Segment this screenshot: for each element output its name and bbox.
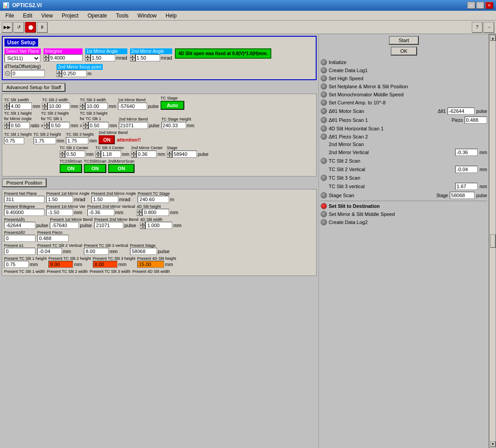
mirror-center-down[interactable]: ▼ bbox=[131, 154, 136, 158]
second-mirror-up-btn[interactable]: ▲ bbox=[130, 54, 135, 58]
theta-up-btn[interactable]: ▲ bbox=[44, 54, 49, 58]
tc-slit3-width-up[interactable]: ▲ bbox=[80, 103, 85, 106]
pause-button[interactable]: ⏸ bbox=[37, 22, 48, 33]
tc-slit2-vert-input[interactable] bbox=[455, 166, 478, 173]
tc-slit3-center-down[interactable]: ▼ bbox=[96, 154, 101, 158]
present-delta-theta1-input[interactable] bbox=[4, 222, 35, 229]
second-mirror-down-btn[interactable]: ▼ bbox=[130, 58, 135, 61]
present-tc-slit2-vert-input[interactable] bbox=[37, 248, 62, 255]
present-1st-mirror-bend-input[interactable] bbox=[50, 222, 79, 229]
tc-slit3-height-input[interactable] bbox=[66, 137, 88, 144]
advanced-setup-btn[interactable]: Advanced Setup for Staff bbox=[2, 83, 65, 92]
mirror-focus-input[interactable] bbox=[62, 70, 87, 77]
tc-slit1-hmirror-down[interactable]: ▼ bbox=[4, 125, 9, 129]
present-tc-slit3-height-input[interactable] bbox=[93, 261, 117, 268]
scrollbar[interactable]: ▲ ▼ bbox=[489, 34, 496, 448]
net-plane-select[interactable]: Si(311) Si(111) bbox=[4, 54, 40, 62]
present-1st-mirror-vert-input[interactable] bbox=[46, 209, 73, 216]
scroll-thumb[interactable] bbox=[490, 234, 496, 248]
tc-slit1-hmirror-input[interactable] bbox=[9, 122, 30, 129]
tc-slit1-height-input[interactable] bbox=[4, 137, 24, 144]
present-2nd-mirror-bend-input[interactable] bbox=[94, 222, 123, 229]
present-delta-theta2-input[interactable] bbox=[4, 235, 35, 242]
present-position-btn[interactable]: Present Position bbox=[2, 178, 47, 187]
present-tc-slit1-height-input[interactable] bbox=[4, 261, 29, 268]
present-4d-slit-height-input[interactable] bbox=[137, 261, 164, 268]
present-tc-slit3-vert-input[interactable] bbox=[84, 248, 109, 255]
present-net-plane-input[interactable] bbox=[4, 196, 44, 203]
menu-view[interactable]: View bbox=[38, 12, 57, 20]
theta-input[interactable]: 9.4000 bbox=[49, 54, 83, 61]
menu-file[interactable]: File bbox=[2, 12, 17, 20]
tc-slit1-hmirror-up[interactable]: ▲ bbox=[4, 122, 9, 125]
dtheta-input[interactable] bbox=[11, 70, 45, 77]
first-mirror-input[interactable] bbox=[91, 54, 115, 61]
present-alpha1-input[interactable] bbox=[4, 248, 35, 255]
tc-slit2-height-input[interactable] bbox=[34, 137, 56, 144]
first-mirror-bend-input[interactable] bbox=[118, 103, 147, 110]
start-button[interactable]: Start bbox=[389, 36, 419, 45]
present-theta-input[interactable] bbox=[4, 209, 44, 216]
tc-stage-height-input[interactable] bbox=[161, 122, 186, 129]
tc-slit3-htc-down[interactable]: ▼ bbox=[83, 125, 88, 129]
scroll-up-btn[interactable]: ▲ bbox=[490, 35, 496, 41]
delta-theta1-scan-input[interactable] bbox=[448, 108, 474, 115]
menu-operate[interactable]: Operate bbox=[84, 12, 110, 20]
stop-button[interactable]: ⬤ bbox=[25, 22, 36, 33]
arrow-button[interactable]: → bbox=[483, 22, 494, 33]
close-button[interactable]: ✕ bbox=[485, 2, 493, 9]
tc-slit2-width-input[interactable] bbox=[48, 103, 70, 110]
stage-input[interactable] bbox=[172, 151, 197, 158]
tc-stage-btn[interactable]: Auto bbox=[161, 101, 184, 110]
tc-slit3-htc-input[interactable] bbox=[88, 122, 109, 129]
second-mirror-input[interactable] bbox=[135, 54, 160, 61]
present-2nd-mirror-angle-input[interactable] bbox=[91, 196, 118, 203]
stage-up[interactable]: ▲ bbox=[167, 151, 172, 154]
slit-width-down[interactable]: ▼ bbox=[140, 225, 145, 229]
mirror-focus-up-btn[interactable]: ▲ bbox=[57, 70, 62, 73]
ok-button[interactable]: OK bbox=[391, 47, 418, 56]
mirror-center-input[interactable] bbox=[136, 151, 157, 158]
slit-height-down[interactable]: ▼ bbox=[137, 212, 142, 216]
slit-width-up[interactable]: ▲ bbox=[140, 222, 145, 225]
menu-tools[interactable]: Tools bbox=[113, 12, 132, 20]
first-mirror-down-btn[interactable]: ▼ bbox=[85, 58, 91, 61]
first-mirror-up-btn[interactable]: ▲ bbox=[85, 54, 91, 58]
tc2-slit-scan-btn[interactable]: ON bbox=[60, 164, 82, 173]
present-slit-height-input[interactable] bbox=[142, 209, 169, 216]
tc-slit2-width-up[interactable]: ▲ bbox=[42, 103, 48, 106]
menu-window[interactable]: Window bbox=[134, 12, 161, 20]
tc-slit1-width-input[interactable] bbox=[9, 103, 32, 110]
present-2nd-mirror-vert-input[interactable] bbox=[87, 209, 114, 216]
run-button[interactable]: ▶▶ bbox=[2, 22, 13, 33]
tc-slit1-width-down[interactable]: ▼ bbox=[4, 106, 9, 110]
tc-slit3-center-up[interactable]: ▲ bbox=[96, 151, 101, 154]
menu-help[interactable]: Help bbox=[162, 12, 180, 20]
stage-rp-input[interactable] bbox=[450, 192, 474, 199]
tc-slit3-width-input[interactable] bbox=[85, 103, 108, 110]
tc-slit3-htc-up[interactable]: ▲ bbox=[83, 122, 88, 125]
help-button[interactable]: ? bbox=[472, 22, 483, 33]
tc-slit2-center-up[interactable]: ▲ bbox=[60, 151, 65, 154]
tc-slit2-htc-up[interactable]: ▲ bbox=[44, 122, 49, 125]
slit-height-up[interactable]: ▲ bbox=[137, 209, 142, 212]
piezo-input[interactable] bbox=[465, 116, 487, 124]
present-piezo-input[interactable] bbox=[37, 235, 69, 242]
present-slit-width-input[interactable] bbox=[145, 222, 172, 229]
tc-slit3-vert-input[interactable] bbox=[455, 183, 478, 190]
tc-slit2-center-down[interactable]: ▼ bbox=[60, 154, 65, 158]
stage-down[interactable]: ▼ bbox=[167, 154, 172, 158]
tc-slit1-width-up[interactable]: ▲ bbox=[4, 103, 9, 106]
present-1st-mirror-angle-input[interactable] bbox=[46, 196, 73, 203]
tc-slit2-htc-input[interactable] bbox=[49, 122, 70, 129]
present-tc-slit2-height-input[interactable] bbox=[48, 261, 73, 268]
present-tc-stage-input[interactable] bbox=[138, 196, 169, 203]
mirror-center-up[interactable]: ▲ bbox=[131, 151, 136, 154]
tc-slit2-width-down[interactable]: ▼ bbox=[42, 106, 48, 110]
return-button[interactable]: ↺ bbox=[13, 22, 24, 33]
tc-slit2-center-input[interactable] bbox=[65, 151, 85, 158]
second-mirror-scan-btn[interactable]: ON bbox=[108, 164, 135, 173]
second-mirror-vert-input[interactable] bbox=[455, 149, 478, 156]
menu-edit[interactable]: Edit bbox=[19, 12, 36, 20]
menu-project[interactable]: Project bbox=[58, 12, 82, 20]
